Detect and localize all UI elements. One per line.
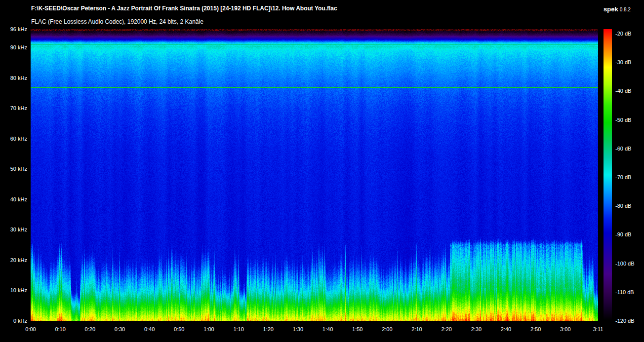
- db-label: -50 dB: [615, 117, 631, 123]
- db-label: -80 dB: [615, 203, 631, 209]
- db-label: -90 dB: [615, 231, 631, 237]
- time-label: 0:20: [85, 326, 95, 332]
- db-label: -120 dB: [615, 318, 635, 324]
- spectrogram-canvas: [31, 29, 598, 321]
- time-label: 0:10: [55, 326, 65, 332]
- time-label: 1:30: [293, 326, 303, 332]
- freq-label: 10 kHz: [0, 287, 27, 293]
- freq-label: 30 kHz: [0, 227, 27, 232]
- freq-label: 90 kHz: [0, 44, 27, 50]
- legend-gradient: [604, 29, 612, 321]
- time-label: 0:40: [144, 326, 155, 332]
- freq-label: 0 kHz: [0, 318, 27, 324]
- freq-label: 96 kHz: [0, 26, 27, 32]
- time-label: 1:50: [352, 326, 362, 332]
- time-label: 0:50: [174, 326, 184, 332]
- db-label: -30 dB: [615, 59, 631, 65]
- time-label: 2:50: [530, 326, 541, 332]
- time-label: 3:00: [560, 326, 570, 332]
- db-label: -60 dB: [615, 146, 631, 152]
- time-label: 1:00: [203, 326, 214, 332]
- file-path-title: F:\K-SEED\Oscar Peterson - A Jazz Portra…: [31, 5, 337, 12]
- freq-label: 70 kHz: [0, 105, 27, 111]
- time-label: 2:30: [471, 326, 482, 332]
- time-label: 1:20: [263, 326, 274, 332]
- time-label: 1:10: [233, 326, 243, 332]
- format-info: FLAC (Free Lossless Audio Codec), 192000…: [31, 18, 203, 25]
- freq-label: 60 kHz: [0, 136, 27, 142]
- db-label: -40 dB: [615, 88, 631, 94]
- time-label: 0:30: [115, 326, 125, 332]
- freq-label: 40 kHz: [0, 196, 27, 202]
- time-label: 2:40: [501, 326, 511, 332]
- db-label: -110 dB: [615, 289, 634, 295]
- db-label: -100 dB: [615, 261, 635, 266]
- freq-label: 50 kHz: [0, 166, 27, 172]
- db-label: -20 dB: [615, 31, 631, 37]
- app-name: spek: [604, 5, 618, 13]
- db-label: -70 dB: [615, 174, 631, 180]
- app-brand: spek0.8.2: [604, 4, 631, 13]
- freq-label: 20 kHz: [0, 257, 27, 263]
- time-label: 0:00: [25, 326, 36, 332]
- time-label: 2:10: [411, 326, 422, 332]
- freq-label: 80 kHz: [0, 75, 27, 81]
- app-version: 0.8.2: [620, 7, 631, 12]
- time-label: 3:11: [593, 326, 604, 332]
- time-label: 2:00: [382, 326, 392, 332]
- time-label: 1:40: [322, 326, 333, 332]
- time-label: 2:20: [441, 326, 451, 332]
